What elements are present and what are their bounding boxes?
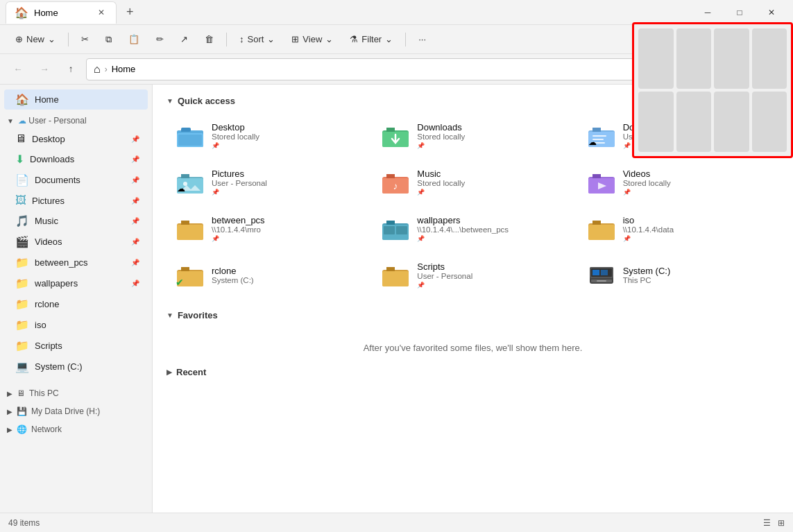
- rclone-sync-badge: ✔: [176, 277, 184, 288]
- system-c-drive-sub: This PC: [623, 276, 671, 284]
- toolbar-separator-3: [405, 33, 406, 46]
- folder-item-between-pcs[interactable]: between_pcs \\10.1.4.4\mro 📌: [167, 207, 368, 250]
- view-toggle-icon[interactable]: ☰: [763, 518, 771, 528]
- folder-item-system-c[interactable]: System (C:) This PC: [578, 254, 779, 296]
- details-toggle-icon[interactable]: ⊞: [778, 518, 785, 528]
- new-icon: ⊕: [15, 34, 23, 44]
- close-button[interactable]: ✕: [756, 0, 787, 25]
- sidebar-pictures-label: Pictures: [32, 196, 126, 206]
- documents-sidebar-icon: 📄: [15, 173, 29, 187]
- wallpapers-pin-icon: 📌: [131, 280, 139, 287]
- sidebar-item-home[interactable]: 🏠 Home: [4, 89, 148, 110]
- toolbar-separator-2: [226, 33, 227, 46]
- view-button[interactable]: ⊞ View ⌄: [284, 31, 340, 48]
- filter-chevron: ⌄: [385, 34, 393, 44]
- forward-button[interactable]: →: [33, 58, 56, 80]
- rename-icon: ✏: [156, 34, 164, 44]
- delete-button[interactable]: 🗑: [198, 31, 221, 48]
- cut-button[interactable]: ✂: [74, 31, 96, 48]
- sidebar-item-wallpapers[interactable]: 📁 wallpapers 📌: [4, 273, 148, 293]
- rename-button[interactable]: ✏: [149, 31, 171, 48]
- svg-rect-25: [384, 226, 395, 234]
- my-data-drive-expand-icon: ▶: [7, 408, 12, 415]
- sidebar-group-my-data-drive[interactable]: ▶ 💾 My Data Drive (H:): [0, 401, 152, 419]
- sidebar-item-rclone[interactable]: 📁 rclone: [4, 294, 148, 314]
- between-pcs-folder-name: between_pcs: [212, 215, 265, 225]
- sidebar-item-between-pcs[interactable]: 📁 between_pcs 📌: [4, 252, 148, 273]
- folder-item-wallpapers[interactable]: wallpapers \\10.1.4.4\...\between_pcs 📌: [372, 207, 573, 250]
- sidebar-item-videos[interactable]: 🎬 Videos 📌: [4, 232, 148, 252]
- sidebar-group-network[interactable]: ▶ 🌐 Network: [0, 419, 152, 437]
- sidebar-item-iso[interactable]: 📁 iso: [4, 315, 148, 335]
- favorites-header[interactable]: ▼ Favorites: [167, 310, 779, 320]
- sidebar-item-downloads[interactable]: ⬇ Downloads 📌: [4, 149, 148, 169]
- svg-rect-32: [382, 271, 409, 286]
- new-tab-button[interactable]: +: [121, 2, 139, 22]
- title-bar: 🏠 Home ✕ + ─ □ ✕: [0, 0, 793, 25]
- maximize-button[interactable]: □: [724, 0, 756, 25]
- favorites-expand-icon: ▼: [167, 311, 173, 319]
- wallpapers-sidebar-icon: 📁: [15, 277, 29, 290]
- music-folder-icon: ♪: [381, 170, 410, 195]
- sort-button[interactable]: ↕ Sort ⌄: [232, 31, 282, 48]
- music-folder-info: Music Stored locally 📌: [417, 169, 465, 196]
- sidebar-item-music[interactable]: 🎵 Music 📌: [4, 211, 148, 231]
- tab-close-button[interactable]: ✕: [95, 6, 108, 19]
- recent-expand-icon: ▶: [167, 368, 172, 376]
- desktop-folder-name: Desktop: [212, 122, 259, 132]
- sidebar-group-user-personal[interactable]: ▼ ☁ User - Personal: [0, 110, 152, 128]
- more-button[interactable]: ···: [411, 31, 433, 48]
- sort-label: Sort: [248, 34, 264, 44]
- back-button[interactable]: ←: [7, 58, 29, 80]
- paste-button[interactable]: 📋: [121, 31, 146, 48]
- new-label: New: [26, 34, 44, 44]
- desktop-sidebar-icon: 🖥: [15, 132, 26, 145]
- between-pcs-folder-icon: [176, 216, 205, 241]
- documents-icon-wrapper: ☁: [587, 123, 616, 148]
- filter-button[interactable]: ⚗ Filter ⌄: [343, 31, 400, 48]
- scripts-folder-icon: [381, 263, 410, 288]
- wallpapers-folder-icon: [381, 216, 410, 241]
- thumb-cell-1: [638, 28, 674, 89]
- sidebar-item-documents[interactable]: 📄 Documents 📌: [4, 170, 148, 190]
- iso-folder-sync: 📌: [623, 235, 674, 242]
- svg-text:♪: ♪: [393, 180, 398, 191]
- sidebar-group-this-pc[interactable]: ▶ 🖥 This PC: [0, 383, 152, 401]
- downloads-folder-name: Downloads: [417, 122, 465, 132]
- toolbar-separator-1: [68, 33, 69, 46]
- new-button[interactable]: ⊕ New ⌄: [8, 31, 62, 48]
- folder-item-desktop[interactable]: Desktop Stored locally 📌: [167, 114, 368, 157]
- videos-folder-info: Videos Stored locally 📌: [623, 169, 671, 196]
- folder-item-music[interactable]: ♪ Music Stored locally 📌: [372, 161, 573, 203]
- iso-folder-sub: \\10.1.4.4\data: [623, 225, 674, 234]
- up-button[interactable]: ↑: [60, 58, 82, 80]
- home-tab[interactable]: 🏠 Home ✕: [6, 1, 117, 24]
- rclone-folder-info: rclone System (C:): [212, 266, 254, 284]
- folder-item-iso[interactable]: iso \\10.1.4.4\data 📌: [578, 207, 779, 250]
- delete-icon: 🗑: [205, 34, 214, 44]
- folder-item-pictures[interactable]: ☁ Pictures User - Personal 📌: [167, 161, 368, 203]
- sidebar-item-scripts[interactable]: 📁 Scripts: [4, 336, 148, 356]
- sidebar-item-desktop[interactable]: 🖥 Desktop 📌: [4, 129, 148, 148]
- sidebar-documents-label: Documents: [35, 175, 126, 185]
- scripts-folder-name: Scripts: [417, 261, 472, 272]
- svg-rect-9: [592, 135, 606, 137]
- thumb-cell-4: [752, 28, 787, 89]
- copy-button[interactable]: ⧉: [99, 31, 119, 49]
- favorites-empty-text: After you've favorited some files, we'll…: [364, 343, 583, 353]
- folder-item-rclone[interactable]: ✔ rclone System (C:): [167, 254, 368, 296]
- svg-rect-4: [178, 135, 202, 146]
- pictures-folder-sub: User - Personal: [212, 179, 267, 187]
- videos-sidebar-icon: 🎬: [15, 235, 29, 248]
- share-button[interactable]: ↗: [173, 31, 195, 48]
- videos-folder-sub: Stored locally: [623, 179, 671, 187]
- folder-item-downloads[interactable]: Downloads Stored locally 📌: [372, 114, 573, 157]
- folder-item-scripts[interactable]: Scripts User - Personal 📌: [372, 254, 573, 296]
- minimize-button[interactable]: ─: [692, 0, 724, 25]
- sidebar-item-system-c[interactable]: 💻 System (C:): [4, 357, 148, 377]
- recent-header[interactable]: ▶ Recent: [167, 367, 779, 377]
- system-c-sidebar-icon: 💻: [15, 360, 29, 373]
- folder-item-videos[interactable]: Videos Stored locally 📌: [578, 161, 779, 203]
- more-icon: ···: [418, 34, 426, 44]
- sidebar-item-pictures[interactable]: 🖼 Pictures 📌: [4, 191, 148, 210]
